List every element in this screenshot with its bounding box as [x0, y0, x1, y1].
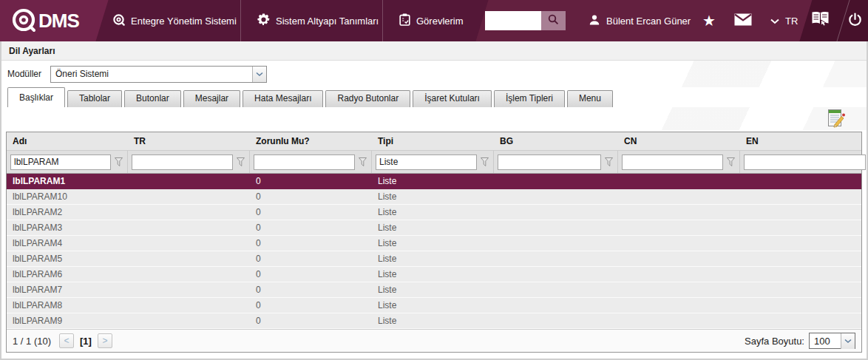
tab-label: Butonlar — [136, 93, 169, 103]
filter-input[interactable] — [376, 154, 477, 170]
filter-input[interactable] — [132, 154, 233, 170]
language-selector[interactable]: TR — [770, 0, 798, 41]
cell-tipi: Liste — [372, 269, 494, 279]
table-row[interactable]: lblLPARAM1 0 Liste — [7, 174, 861, 189]
filter-funnel-icon[interactable] — [114, 157, 123, 167]
data-grid: Adı TR Zorunlu Mu? Tipi BG CN EN — [6, 132, 862, 353]
filter-funnel-icon[interactable] — [358, 157, 367, 167]
language-label: TR — [785, 16, 798, 27]
tab[interactable]: Radyo Butonlar — [325, 90, 410, 107]
grid-toolbar — [6, 107, 862, 132]
menu-item-sistem-altyapi-tanimlari[interactable]: Sistem Altyapı Tanımları — [257, 0, 379, 41]
column-header[interactable]: EN — [740, 136, 861, 146]
cell-adi: lblLPARAM2 — [7, 207, 128, 217]
qdms-q-icon — [10, 7, 37, 35]
table-row[interactable]: lblLPARAM10 0 Liste — [7, 189, 861, 205]
table-row[interactable]: lblLPARAM5 0 Liste — [7, 251, 861, 267]
tab[interactable]: Başlıklar — [7, 87, 65, 107]
table-row[interactable]: lblLPARAM7 0 Liste — [7, 282, 861, 298]
filter-cell — [740, 151, 868, 173]
table-row[interactable]: lblLPARAM2 0 Liste — [7, 205, 861, 220]
tab-label: Menu — [579, 93, 601, 103]
breadcrumb: Dil Ayarları — [1, 41, 867, 61]
table-row[interactable]: lblLPARAM4 0 Liste — [7, 236, 861, 251]
help-button[interactable] — [810, 0, 832, 41]
cell-adi: lblLPARAM5 — [7, 254, 128, 264]
page-size-select[interactable]: 100 — [809, 333, 855, 349]
filter-input[interactable] — [254, 154, 355, 170]
nav-separator — [240, 0, 241, 41]
favorites-button[interactable]: ★ — [702, 0, 716, 41]
logout-button[interactable] — [848, 0, 862, 41]
tab[interactable]: Hata Mesajları — [243, 90, 323, 107]
chevron-down-icon[interactable] — [841, 333, 855, 349]
cell-zorunlu-mu: 0 — [250, 269, 372, 279]
page-size-value: 100 — [810, 336, 841, 347]
chevron-down-icon[interactable] — [252, 67, 266, 82]
gear-icon — [257, 13, 270, 28]
table-row[interactable]: lblLPARAM6 0 Liste — [7, 267, 861, 282]
filter-funnel-icon[interactable] — [480, 157, 489, 167]
table-row[interactable]: lblLPARAM3 0 Liste — [7, 220, 861, 236]
power-icon — [848, 13, 862, 29]
cell-adi: lblLPARAM7 — [7, 285, 128, 295]
cell-adi: lblLPARAM10 — [7, 191, 128, 202]
filter-input[interactable] — [10, 154, 111, 170]
menu-item-entegre-yonetim-sistemi[interactable]: Entegre Yönetim Sistemi — [112, 0, 237, 41]
filter-input[interactable] — [622, 154, 723, 170]
tab-label: İşlem Tipleri — [506, 93, 553, 103]
column-header[interactable]: TR — [128, 136, 250, 146]
pagination-summary: 1 / 1 (10) — [13, 336, 51, 347]
cell-adi: lblLPARAM1 — [7, 176, 128, 186]
qdms-logo[interactable]: DMS — [10, 0, 79, 41]
column-header[interactable]: CN — [618, 136, 740, 146]
table-row[interactable]: lblLPARAM8 0 Liste — [7, 298, 861, 313]
tab[interactable]: Tablolar — [67, 90, 122, 107]
grid-filter-row — [7, 151, 861, 174]
menu-item-gorevlerim[interactable]: Görevlerim — [399, 0, 464, 41]
cell-zorunlu-mu: 0 — [250, 191, 372, 202]
page-size-label: Sayfa Boyutu: — [745, 336, 804, 347]
tasks-clipboard-icon — [399, 13, 410, 28]
filter-funnel-icon[interactable] — [726, 157, 736, 167]
tab[interactable]: Mesajlar — [183, 90, 240, 107]
grid-body: lblLPARAM1 0 Liste lblLPARAM10 0 Liste — [7, 174, 861, 329]
cell-adi: lblLPARAM9 — [7, 316, 128, 326]
tab[interactable]: İşaret Kutuları — [413, 90, 492, 107]
page-title: Dil Ayarları — [9, 46, 55, 56]
tab[interactable]: İşlem Tipleri — [494, 90, 565, 107]
envelope-icon — [734, 13, 752, 28]
messages-button[interactable] — [734, 0, 752, 41]
column-header[interactable]: Adı — [7, 136, 128, 146]
cell-tipi: Liste — [372, 285, 494, 295]
edit-list-button[interactable] — [826, 109, 846, 129]
table-row[interactable]: lblLPARAM9 0 Liste — [7, 313, 861, 329]
filter-funnel-icon[interactable] — [236, 157, 245, 167]
qdms-circle-icon — [112, 13, 125, 28]
column-header[interactable]: Zorunlu Mu? — [250, 136, 372, 146]
next-page-button[interactable]: > — [98, 333, 112, 348]
module-select[interactable]: Öneri Sistemi — [50, 66, 267, 83]
tab-label: Mesajlar — [195, 93, 228, 103]
filter-funnel-icon[interactable] — [604, 157, 614, 167]
search-input[interactable] — [485, 11, 541, 30]
cell-zorunlu-mu: 0 — [250, 223, 372, 233]
filter-input[interactable] — [744, 154, 866, 170]
cell-zorunlu-mu: 0 — [250, 254, 372, 264]
prev-page-button[interactable]: < — [59, 333, 74, 348]
tab[interactable]: Butonlar — [124, 90, 181, 107]
filter-input[interactable] — [498, 154, 601, 170]
topbar-search — [485, 0, 566, 41]
cell-adi: lblLPARAM3 — [7, 223, 128, 233]
tab[interactable]: Menu — [567, 90, 613, 107]
search-button[interactable] — [541, 11, 566, 30]
cell-tipi: Liste — [372, 176, 494, 186]
column-header[interactable]: Tipi — [372, 136, 494, 146]
user-menu[interactable]: Bülent Ercan Güner — [589, 0, 691, 41]
column-header[interactable]: BG — [494, 136, 618, 146]
module-select-value: Öneri Sistemi — [51, 69, 252, 79]
cell-zorunlu-mu: 0 — [250, 238, 372, 248]
edit-list-icon — [827, 109, 846, 130]
filter-cell — [128, 151, 250, 173]
cell-zorunlu-mu: 0 — [250, 176, 372, 186]
